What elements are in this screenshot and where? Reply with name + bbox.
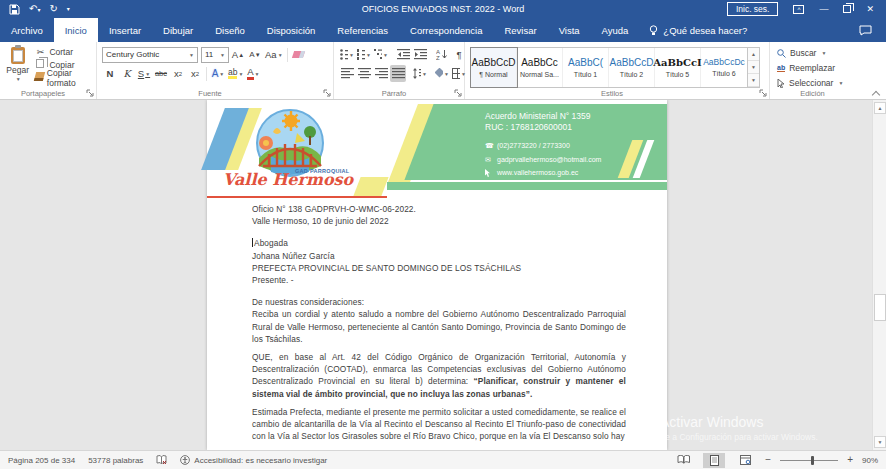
paste-button[interactable]: Pegar ▼ [5,45,30,84]
style-titulo-2[interactable]: AaBbCcDTítulo 2 [609,48,655,87]
font-color-button[interactable]: A▼ [245,65,261,82]
comments-button[interactable] [859,18,886,42]
multilevel-list-button[interactable]: ▼ [373,46,389,63]
doc-paragraph[interactable]: Abogada [252,237,626,249]
align-left-button[interactable] [339,65,355,82]
print-layout-button[interactable] [703,453,725,468]
subscript-button[interactable]: x2 [170,65,186,82]
doc-paragraph[interactable]: Presente. - [252,274,626,286]
tab-referencias[interactable]: Referencias [326,18,399,42]
accessibility-status-button[interactable]: Accesibilidad: es necesario investigar [180,455,327,465]
highlight-color-button[interactable]: ab▼ [227,65,244,82]
scissors-icon: ✂ [34,47,46,57]
sign-in-button[interactable]: Inic. ses. [727,2,779,16]
style--normal[interactable]: AaBbCcD¶ Normal [471,48,517,87]
shrink-font-button[interactable]: A▼ [247,46,263,63]
zoom-out-button[interactable]: − [765,455,771,465]
bullets-button[interactable]: ▼ [339,46,355,63]
tab-disposicion[interactable]: Disposición [256,18,327,42]
doc-paragraph[interactable]: PREFECTA PROVINCIAL DE SANTO DOMINGO DE … [252,262,626,274]
find-button[interactable]: Buscar▼ [775,46,850,60]
dialog-launcher-icon[interactable] [454,89,462,97]
format-painter-button[interactable]: Copiar formato [34,71,91,84]
decrease-indent-button[interactable] [395,46,411,63]
read-mode-button[interactable] [672,453,694,468]
doc-paragraph[interactable]: Johana Núñez García [252,250,626,262]
redo-button[interactable]: ↻ [49,4,57,14]
increase-indent-button[interactable] [412,46,428,63]
text-effects-button[interactable]: A▼ [210,65,226,82]
dialog-launcher-icon[interactable] [86,89,94,97]
align-center-button[interactable] [356,65,372,82]
ribbon-display-options-button[interactable]: ˄ [793,5,804,14]
tab-revisar[interactable]: Revisar [493,18,547,42]
tab-vista[interactable]: Vista [548,18,591,42]
styles-scroll-up-button[interactable]: ▲ [748,48,759,61]
select-button[interactable]: Seleccionar▼ [775,76,850,90]
zoom-level[interactable]: 90% [862,456,878,465]
shading-button[interactable]: ▼ [434,65,450,82]
collapse-ribbon-button[interactable] [872,89,879,96]
styles-more-button[interactable]: ▼ [748,74,759,87]
word-count-indicator[interactable]: 53778 palabras [88,456,143,465]
justify-button[interactable] [390,65,406,82]
doc-paragraph[interactable]: Oficio N° 138 GADPRVH-O-WMC-06-2022. [252,203,626,215]
style-titulo-6[interactable]: AaBbCcDcTítulo 6 [701,48,747,87]
styles-scroll-down-button[interactable]: ▼ [748,61,759,74]
scroll-up-button[interactable]: ▲ [874,102,886,114]
undo-button[interactable]: ↶▾ [29,4,40,14]
group-editing: Buscar▼ ab Reemplazar Seleccionar▼ Edici… [770,42,855,99]
font-size-combobox[interactable]: 11▼ [201,47,229,63]
lightbulb-icon [649,25,658,36]
save-icon[interactable] [9,4,20,15]
customize-qat-button[interactable]: ▾ [67,6,70,12]
dialog-launcher-icon[interactable] [759,89,767,97]
text-cursor [252,238,253,247]
sort-button[interactable]: AZ [434,46,450,63]
change-case-button[interactable]: Aa▼ [264,46,284,63]
close-button[interactable]: ✕ [866,5,874,14]
font-name-combobox[interactable]: Century Gothic▼ [102,47,198,63]
document-page[interactable]: Acuerdo Ministerial N° 1359 RUC : 176812… [207,100,667,450]
vertical-scrollbar[interactable]: ▲ ▼ [872,100,886,450]
strikethrough-button[interactable]: abc [153,65,169,82]
tab-diseno[interactable]: Diseño [204,18,256,42]
tab-correspondencia[interactable]: Correspondencia [399,18,493,42]
style-titulo-5[interactable]: AaBbCcITítulo 5 [655,48,701,87]
clear-formatting-button[interactable] [291,46,307,63]
restore-button[interactable] [843,5,851,13]
replace-button[interactable]: ab Reemplazar [775,61,850,75]
line-spacing-button[interactable]: ▼ [412,65,428,82]
scroll-down-button[interactable]: ▼ [874,436,886,448]
dialog-launcher-icon[interactable] [323,89,331,97]
zoom-in-button[interactable]: + [847,455,853,465]
tell-me-box[interactable]: ¿Qué desea hacer? [639,18,757,42]
doc-paragraph[interactable]: Estimada Prefecta, mediante el presente … [252,406,626,443]
tab-dibujar[interactable]: Dibujar [152,18,204,42]
doc-paragraph[interactable]: De nuestras consideraciones: [252,296,626,308]
doc-paragraph[interactable]: Reciba un cordial y atento saludo a nomb… [252,308,626,345]
italic-button[interactable]: K [119,65,135,82]
tab-ayuda[interactable]: Ayuda [591,18,640,42]
zoom-slider[interactable] [780,460,838,461]
style-titulo-1[interactable]: AaBbC(Título 1 [563,48,609,87]
tab-archivo[interactable]: Archivo [0,18,54,42]
zoom-slider-thumb[interactable] [811,456,814,465]
bold-button[interactable]: N [102,65,118,82]
tab-inicio[interactable]: Inicio [54,18,98,42]
minimize-button[interactable]: — [819,5,828,14]
doc-paragraph[interactable]: QUE, en base al Art. 42 del Código Orgán… [252,351,626,400]
underline-button[interactable]: S▼ [136,65,152,82]
tab-insertar[interactable]: Insertar [98,18,152,42]
numbering-button[interactable]: ▼ [356,46,372,63]
scrollbar-thumb[interactable] [874,294,886,321]
align-right-button[interactable] [373,65,389,82]
web-layout-button[interactable] [734,453,756,468]
style-normal-sa-[interactable]: AaBbCcNormal Sa... [517,48,563,87]
letterhead-image[interactable]: Acuerdo Ministerial N° 1359 RUC : 176812… [207,104,667,200]
doc-paragraph[interactable]: Valle Hermoso, 10 de junio del 2022 [252,215,626,227]
superscript-button[interactable]: x2 [187,65,203,82]
proofing-status-button[interactable] [156,455,167,465]
page-number-indicator[interactable]: Página 205 de 334 [8,456,75,465]
grow-font-button[interactable]: A▲ [230,46,246,63]
